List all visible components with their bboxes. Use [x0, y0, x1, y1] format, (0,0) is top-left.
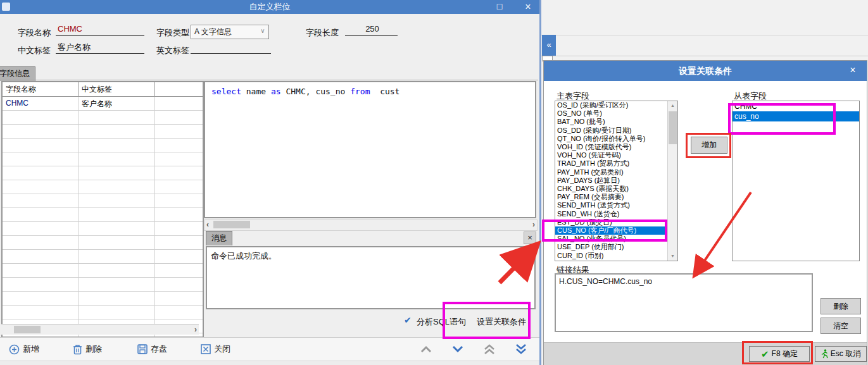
sql-editor[interactable]: select name as CHMC, cus_no from cust — [204, 81, 536, 218]
sql-hscrollbar[interactable]: ‹ › — [204, 220, 538, 231]
grid-cell — [155, 278, 200, 291]
grid-row[interactable] — [3, 208, 203, 222]
master-field-item[interactable]: EST_DD (预交日) — [555, 218, 668, 226]
collapse-panel-button[interactable]: « — [542, 35, 556, 56]
master-field-item[interactable]: SEND_WH (送货仓) — [555, 210, 668, 218]
field-length-input[interactable]: 250 — [345, 24, 398, 36]
grid-row[interactable] — [3, 236, 203, 250]
scroll-down-icon[interactable]: ▼ — [668, 252, 677, 261]
grid-row[interactable] — [3, 125, 203, 139]
en-label-input[interactable] — [191, 42, 271, 54]
master-field-item[interactable]: PAY_MTH (交易类别) — [555, 168, 668, 176]
sql-scroll-right-icon[interactable]: › — [532, 220, 535, 229]
grid-row[interactable] — [3, 194, 203, 208]
nav-top-button[interactable] — [483, 343, 496, 356]
tab-divider — [0, 80, 538, 80]
master-field-item[interactable]: VOH_ID (凭证模版代号) — [555, 143, 668, 151]
grid-row[interactable] — [3, 250, 203, 264]
grid-row[interactable] — [3, 264, 203, 278]
sql-text: cust — [370, 87, 399, 96]
master-field-item[interactable]: CUR_ID (币别) — [555, 252, 668, 260]
cn-label-input[interactable]: 客户名称 — [56, 42, 144, 54]
relation-dialog: 设置关联条件 × 主表字段 OS_ID (采购/受订区分)OS_NO (单号)B… — [543, 60, 867, 365]
sql-scroll-left-icon[interactable]: ‹ — [206, 220, 209, 229]
relation-close-icon[interactable]: × — [844, 61, 862, 81]
grid-row[interactable] — [3, 306, 203, 319]
grid-scroll-right-icon[interactable]: › — [194, 325, 197, 334]
grid-cell — [3, 166, 79, 180]
nav-down-button[interactable] — [451, 343, 464, 356]
grid-cell — [3, 222, 79, 235]
tab-message[interactable]: 消息 — [206, 231, 232, 245]
master-list-scrollbar[interactable]: ▲ ▼ — [667, 101, 677, 261]
delete-button[interactable]: 删除 — [73, 343, 102, 356]
grid-cell — [79, 292, 155, 305]
field-name-input[interactable]: CHMC — [56, 24, 144, 36]
grid-cell — [155, 250, 200, 263]
close-box-icon — [201, 344, 211, 354]
master-field-list[interactable]: OS_ID (采购/受订区分)OS_NO (单号)BAT_NO (批号)OS_D… — [555, 101, 678, 261]
grid-row[interactable] — [3, 152, 203, 166]
detail-field-item[interactable]: CHMC — [733, 101, 859, 111]
master-field-item[interactable]: SEND_MTH (送货方式) — [555, 201, 668, 209]
grid-row[interactable] — [3, 292, 203, 306]
grid-row[interactable]: CHMC客户名称 — [3, 97, 203, 111]
add-relation-button[interactable]: 增加 — [691, 137, 727, 154]
master-field-item[interactable]: VOH_NO (凭证号码) — [555, 151, 668, 159]
trash-icon — [73, 344, 82, 355]
set-relation-button[interactable]: 设置关联条件 — [477, 316, 526, 328]
field-type-select[interactable]: A 文字信息 ∨ — [191, 25, 269, 39]
detail-field-list[interactable]: CHMCcus_no — [732, 101, 860, 261]
save-button[interactable]: 存盘 — [137, 343, 167, 356]
grid-hscrollbar[interactable]: › — [1, 324, 199, 335]
master-field-item[interactable]: OS_ID (采购/受订区分) — [555, 101, 668, 109]
cancel-button[interactable]: Esc 取消 — [815, 346, 867, 362]
ok-button[interactable]: ✔ F8 确定 — [749, 346, 810, 362]
chevron-down-icon[interactable]: ∨ — [258, 26, 268, 37]
grid-cell — [79, 264, 155, 277]
analyze-sql-checkbox[interactable]: ✔ — [404, 315, 412, 325]
bottom-toolbar: 新增 删除 存盘 关闭 — [0, 337, 539, 361]
link-result-box[interactable]: H.CUS_NO=CHMC.cus_no — [555, 273, 813, 332]
relation-dialog-title: 设置关联条件 — [679, 66, 732, 76]
grid-row[interactable] — [3, 111, 203, 125]
master-field-item[interactable]: PAY_REM (交易摘要) — [555, 193, 668, 201]
tab-field-info[interactable]: 字段信息 — [0, 66, 35, 81]
master-field-item[interactable]: OS_NO (单号) — [555, 109, 668, 118]
grid-cell: 客户名称 — [79, 97, 155, 110]
add-button[interactable]: 新增 — [9, 343, 39, 356]
master-scroll-thumb[interactable] — [669, 111, 677, 144]
nav-up-button[interactable] — [420, 343, 432, 356]
nav-bottom-button[interactable] — [515, 343, 527, 356]
master-field-item[interactable]: CUS_NO (客户/厂商代号) — [555, 226, 668, 235]
grid-col-field-name: 字段名称 — [3, 82, 79, 96]
grid-cell — [79, 194, 155, 207]
field-grid[interactable]: 字段名称 中文标签 CHMC客户名称 — [1, 81, 204, 338]
master-field-item[interactable]: BAT_NO (批号) — [555, 118, 668, 126]
master-field-item[interactable]: PAY_DAYS (起算日) — [555, 176, 668, 185]
close-button-icon[interactable]: × — [519, 0, 537, 14]
grid-row[interactable] — [3, 139, 203, 152]
grid-row[interactable] — [3, 180, 203, 194]
detail-field-item[interactable]: cus_no — [733, 111, 859, 121]
message-close-icon[interactable]: × — [524, 232, 536, 244]
scroll-up-icon[interactable]: ▲ — [668, 101, 677, 110]
grid-hscroll-thumb[interactable] — [14, 326, 41, 333]
master-field-item[interactable]: USE_DEP (使用部门) — [555, 243, 668, 251]
clear-relation-button[interactable]: 清空 — [821, 318, 861, 334]
grid-row[interactable] — [3, 278, 203, 292]
grid-cell — [155, 152, 200, 166]
grid-row[interactable] — [3, 222, 203, 236]
close-button[interactable]: 关闭 — [201, 343, 230, 356]
sql-hscroll-thumb[interactable] — [213, 221, 250, 228]
grid-cell — [3, 139, 79, 152]
master-field-item[interactable]: TRAD_MTH (贸易方式) — [555, 159, 668, 168]
master-field-item[interactable]: OS_DD (采购/受订日期) — [555, 127, 668, 135]
grid-cell — [79, 278, 155, 291]
delete-relation-button[interactable]: 删除 — [821, 298, 861, 314]
master-field-item[interactable]: CHK_DAYS (票据天数) — [555, 185, 668, 193]
grid-row[interactable] — [3, 166, 203, 180]
maximize-button-icon[interactable]: □ — [491, 0, 508, 14]
master-field-item[interactable]: QT_NO (询价/报价转入单号) — [555, 135, 668, 143]
master-field-item[interactable]: SAL_NO (业务员代号) — [555, 235, 668, 243]
